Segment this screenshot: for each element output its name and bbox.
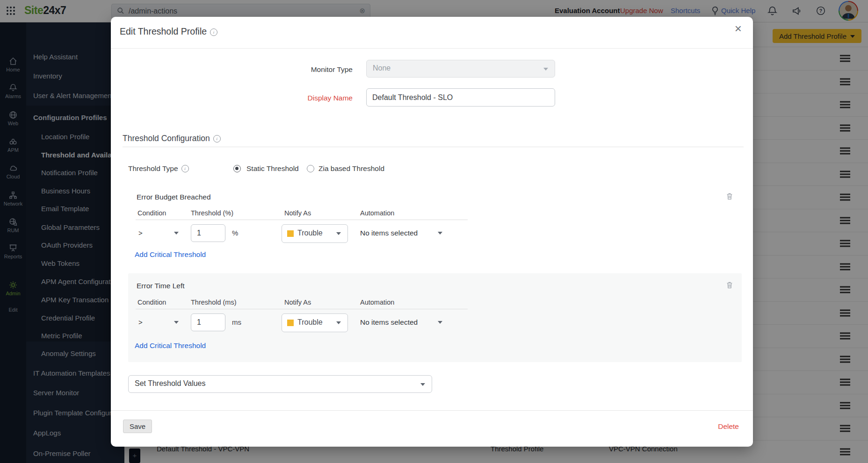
caret-down-icon <box>420 383 425 386</box>
group-title: Error Time Left <box>137 282 185 290</box>
caret-down-icon <box>336 321 341 324</box>
info-icon[interactable]: i <box>213 135 221 142</box>
column-notify-as: Notify As <box>284 299 311 306</box>
trouble-status-swatch <box>287 230 294 237</box>
monitor-type-dropdown: None <box>366 60 555 78</box>
column-threshold: Threshold (%) <box>191 209 233 217</box>
condition-select[interactable]: > <box>138 229 143 237</box>
caret-down-icon[interactable] <box>438 232 442 235</box>
header-divider <box>111 48 753 49</box>
column-underline <box>136 309 468 309</box>
caret-down-icon[interactable] <box>174 232 179 235</box>
edit-threshold-profile-modal: Edit Threshold Profilei × Monitor Type N… <box>111 17 753 447</box>
caret-down-icon <box>336 232 341 235</box>
threshold-unit: % <box>232 229 238 237</box>
column-threshold: Threshold (ms) <box>191 299 237 306</box>
notify-as-dropdown[interactable]: Trouble <box>282 224 348 243</box>
caret-down-icon <box>543 68 548 71</box>
footer-divider <box>111 410 753 411</box>
display-name-label: Display Name <box>270 94 353 102</box>
trouble-status-swatch <box>287 320 294 326</box>
group-title: Error Budget Breached <box>137 193 211 201</box>
caret-down-icon[interactable] <box>174 321 179 324</box>
monitor-type-label: Monitor Type <box>270 65 353 74</box>
static-threshold-radio-label[interactable]: Static Threshold <box>246 164 299 173</box>
threshold-type-label: Threshold Typei <box>128 164 189 173</box>
column-condition: Condition <box>137 299 166 306</box>
threshold-unit: ms <box>232 318 241 326</box>
trash-icon[interactable] <box>726 281 733 291</box>
error-budget-breached-group: Error Budget Breached Condition Threshol… <box>128 188 742 265</box>
automation-select[interactable]: No items selected <box>360 318 418 327</box>
display-name-input[interactable] <box>366 88 555 107</box>
set-threshold-values-dropdown[interactable]: Set Threshold Values <box>128 375 432 393</box>
automation-select[interactable]: No items selected <box>360 229 418 237</box>
add-critical-threshold-link[interactable]: Add Critical Threshold <box>135 342 206 350</box>
delete-link[interactable]: Delete <box>718 422 739 431</box>
column-underline <box>136 220 468 220</box>
caret-down-icon[interactable] <box>438 321 442 324</box>
trash-icon[interactable] <box>726 192 733 202</box>
zia-threshold-radio[interactable] <box>307 165 314 172</box>
save-button[interactable]: Save <box>123 420 152 433</box>
column-automation: Automation <box>360 299 394 306</box>
modal-title: Edit Threshold Profilei <box>120 26 217 37</box>
add-critical-threshold-link[interactable]: Add Critical Threshold <box>135 250 206 259</box>
static-threshold-radio[interactable] <box>233 165 241 172</box>
column-notify-as: Notify As <box>284 209 311 217</box>
column-automation: Automation <box>360 209 394 217</box>
app-screen: Site24x7 /admin-actions ⊗ Evaluation Acc… <box>0 0 868 463</box>
section-divider <box>123 147 744 147</box>
info-icon[interactable]: i <box>210 28 217 36</box>
threshold-value-input[interactable] <box>191 313 225 331</box>
column-condition: Condition <box>137 209 166 217</box>
close-icon[interactable]: × <box>735 22 742 35</box>
zia-threshold-radio-label[interactable]: Zia based Threshold <box>318 164 384 173</box>
info-icon[interactable]: i <box>181 165 189 172</box>
condition-select[interactable]: > <box>138 318 143 326</box>
error-time-left-group: Error Time Left Condition Threshold (ms)… <box>128 273 742 362</box>
notify-as-dropdown[interactable]: Trouble <box>282 313 348 332</box>
threshold-value-input[interactable] <box>191 224 225 242</box>
threshold-configuration-title: Threshold Configurationi <box>123 134 221 143</box>
